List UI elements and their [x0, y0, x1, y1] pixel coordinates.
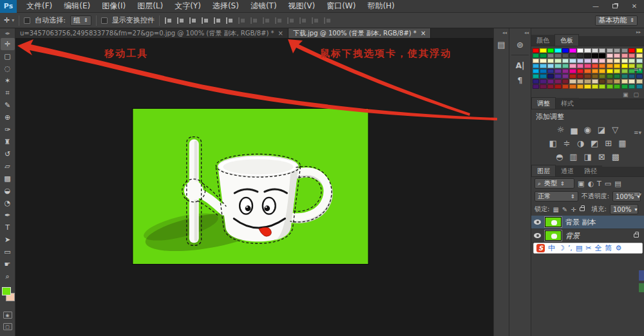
- color-swatch[interactable]: [533, 74, 539, 79]
- color-swatch[interactable]: [533, 69, 539, 73]
- color-swatch[interactable]: [614, 48, 620, 53]
- minimize-button[interactable]: —: [586, 0, 605, 13]
- color-swatch[interactable]: [584, 53, 591, 58]
- color-swatch[interactable]: [533, 53, 539, 58]
- color-swatch[interactable]: [533, 48, 539, 53]
- color-swatch[interactable]: [577, 79, 583, 84]
- color-swatch[interactable]: [533, 64, 539, 68]
- color-swatch[interactable]: [636, 53, 643, 58]
- adjustment-icon[interactable]: ◪: [598, 125, 605, 135]
- color-swatch[interactable]: [607, 59, 613, 63]
- close-tab-icon[interactable]: ×: [421, 30, 426, 37]
- color-swatch[interactable]: [533, 79, 539, 84]
- color-swatch[interactable]: [599, 53, 605, 58]
- tool-eraser[interactable]: ▱: [1, 160, 15, 173]
- color-swatch[interactable]: [607, 74, 613, 79]
- align-icon-align-right[interactable]: [189, 17, 196, 24]
- history-panel-icon[interactable]: ▤: [493, 37, 510, 51]
- color-swatch[interactable]: [562, 84, 569, 89]
- ime-item-fullwidth-icon[interactable]: 全: [595, 243, 602, 253]
- color-swatch[interactable]: [540, 59, 546, 63]
- color-swatch[interactable]: [592, 74, 598, 79]
- tool-zoom[interactable]: ⌕: [1, 270, 15, 283]
- color-swatch[interactable]: [569, 59, 576, 63]
- tool-type[interactable]: T: [1, 221, 15, 234]
- fill-dropdown[interactable]: 100% ▾: [610, 204, 638, 214]
- color-swatch[interactable]: [614, 64, 620, 68]
- color-swatch[interactable]: [540, 53, 546, 58]
- auto-select-checkbox[interactable]: [24, 17, 30, 24]
- layer-row-bg-copy[interactable]: 背景 副本: [531, 216, 644, 229]
- lock-option-icon[interactable]: ✎: [562, 206, 567, 213]
- align-icon-3d-align[interactable]: [323, 17, 331, 24]
- color-swatch[interactable]: [584, 74, 591, 79]
- color-swatch[interactable]: [540, 84, 546, 89]
- color-swatch[interactable]: [562, 48, 569, 53]
- menu-item[interactable]: 视图(V): [283, 0, 321, 12]
- color-swatch[interactable]: [554, 69, 561, 73]
- tool-spot-healing[interactable]: ⊕: [1, 111, 15, 124]
- filter-icon[interactable]: ▣: [578, 180, 584, 188]
- color-swatch[interactable]: [592, 84, 598, 89]
- restore-button[interactable]: [605, 0, 625, 13]
- menu-item[interactable]: 帮助(H): [361, 0, 400, 12]
- layer-row-bg[interactable]: 背景: [531, 229, 644, 243]
- ime-item-keyboard-icon[interactable]: ▤: [576, 243, 582, 253]
- color-swatch[interactable]: [607, 53, 613, 58]
- layer-filter-dropdown[interactable]: ⌕ 类型 ⇕: [535, 178, 574, 189]
- color-swatch[interactable]: [614, 74, 620, 79]
- color-swatch[interactable]: [636, 79, 643, 84]
- panel-tab-layers[interactable]: 图层: [531, 165, 556, 176]
- menu-item[interactable]: 编辑(E): [58, 0, 96, 12]
- color-swatch[interactable]: [621, 69, 628, 73]
- tool-move[interactable]: ✛: [1, 38, 15, 50]
- align-icon-dist-bottom[interactable]: [262, 17, 270, 24]
- tool-pen[interactable]: ✒: [1, 209, 15, 221]
- color-swatch[interactable]: [554, 64, 561, 68]
- panel-tab-color[interactable]: 颜色: [531, 35, 554, 46]
- adjustment-icon[interactable]: ☼: [557, 125, 565, 135]
- new-swatch-icon[interactable]: ▣: [623, 91, 629, 98]
- ime-item-moon-icon[interactable]: ☽: [558, 243, 565, 253]
- ime-item-lang-chinese[interactable]: 中: [548, 243, 555, 253]
- tool-clone-stamp[interactable]: ♜: [1, 136, 15, 148]
- adjustment-icon[interactable]: ⊠: [598, 152, 605, 162]
- color-swatch[interactable]: [577, 74, 583, 79]
- color-swatch[interactable]: [547, 74, 554, 79]
- tool-hand[interactable]: ☛: [1, 258, 15, 270]
- color-swatch[interactable]: [629, 84, 635, 89]
- color-swatch[interactable]: [577, 64, 583, 68]
- color-swatch[interactable]: [562, 74, 569, 79]
- lock-option-icon[interactable]: ▦: [553, 206, 558, 213]
- adjustment-icon[interactable]: ⊞: [605, 138, 612, 148]
- current-tool-badge[interactable]: ✛ ▾: [4, 16, 14, 24]
- trash-icon[interactable]: ▢: [633, 91, 639, 98]
- lock-option-icon[interactable]: ✛: [571, 206, 576, 213]
- color-swatch[interactable]: [577, 69, 583, 73]
- ime-item-punctuation-icon[interactable]: ’,: [568, 243, 573, 253]
- color-swatch[interactable]: [562, 59, 569, 63]
- clone-source-panel-icon[interactable]: ⊚: [512, 37, 529, 51]
- color-swatch[interactable]: [554, 53, 561, 58]
- color-swatch[interactable]: [599, 64, 605, 68]
- color-swatch[interactable]: [562, 64, 569, 68]
- color-swatch[interactable]: [584, 84, 591, 89]
- color-swatch[interactable]: [607, 84, 613, 89]
- align-icon-dist-vcenter[interactable]: [250, 17, 258, 24]
- panel-menu-icon[interactable]: ≡▾: [634, 66, 641, 73]
- menu-item[interactable]: 文件(F): [21, 0, 58, 12]
- panel-menu-icon[interactable]: ≡▾: [634, 191, 641, 198]
- panel-tab-swatches[interactable]: 色板: [554, 34, 579, 46]
- align-icon-dist-right[interactable]: [299, 17, 307, 24]
- tool-eyedropper[interactable]: ✎: [1, 99, 15, 111]
- align-icon-dist-left[interactable]: [274, 17, 282, 24]
- menu-item[interactable]: 文字(Y): [169, 0, 207, 12]
- tool-blur[interactable]: ◒: [1, 185, 15, 197]
- color-swatch[interactable]: [629, 53, 635, 58]
- color-swatch[interactable]: [614, 84, 620, 89]
- filter-icon[interactable]: T: [597, 180, 601, 188]
- color-swatch[interactable]: [614, 53, 620, 58]
- color-swatch[interactable]: [584, 48, 591, 53]
- color-swatch[interactable]: [569, 84, 576, 89]
- paragraph-panel-icon[interactable]: ¶: [512, 73, 529, 87]
